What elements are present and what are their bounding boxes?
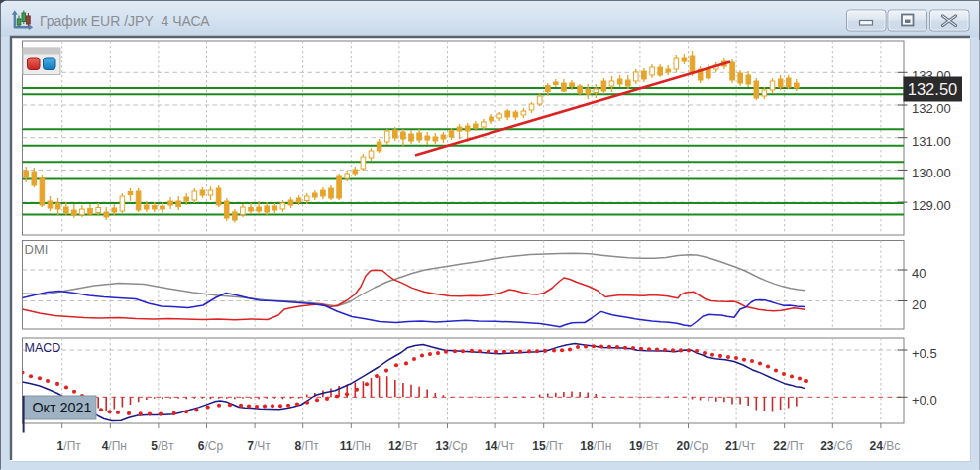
- svg-text:40: 40: [912, 266, 926, 281]
- svg-text:132.00: 132.00: [912, 101, 951, 116]
- svg-text:131.00: 131.00: [912, 134, 951, 149]
- svg-text:22/Пт: 22/Пт: [773, 439, 804, 453]
- svg-text:20: 20: [912, 297, 926, 312]
- svg-text:14/Чт: 14/Чт: [485, 439, 515, 453]
- svg-text:MACD: MACD: [25, 341, 61, 355]
- svg-text:8/Пт: 8/Пт: [295, 439, 320, 453]
- svg-text:24/Вс: 24/Вс: [870, 439, 901, 453]
- svg-text:20/Ср: 20/Ср: [676, 439, 708, 453]
- svg-text:19/Вт: 19/Вт: [629, 439, 659, 453]
- svg-text:6/Ср: 6/Ср: [198, 439, 224, 453]
- svg-text:+0.5: +0.5: [912, 346, 937, 361]
- svg-text:+0.0: +0.0: [912, 393, 937, 408]
- svg-text:130.00: 130.00: [912, 166, 951, 180]
- svg-text:15/Пт: 15/Пт: [532, 439, 563, 453]
- svg-text:13/Ср: 13/Ср: [435, 439, 467, 453]
- svg-text:11/Пн: 11/Пн: [340, 439, 371, 453]
- svg-text:5/Вт: 5/Вт: [151, 439, 174, 453]
- svg-text:23/Сб: 23/Сб: [820, 439, 852, 453]
- svg-text:4/Пн: 4/Пн: [102, 439, 127, 453]
- svg-text:7/Чт: 7/Чт: [247, 439, 271, 453]
- svg-text:DMI: DMI: [25, 242, 49, 257]
- svg-text:18/Пн: 18/Пн: [580, 439, 611, 453]
- svg-text:21/Чт: 21/Чт: [725, 439, 756, 453]
- svg-text:1/Пт: 1/Пт: [57, 439, 82, 453]
- svg-text:Окт 2021: Окт 2021: [33, 400, 92, 415]
- svg-text:График EUR /JPY 4 ЧАСА: График EUR /JPY 4 ЧАСА: [40, 13, 210, 29]
- svg-text:132.50: 132.50: [908, 80, 957, 98]
- svg-text:12/Вт: 12/Вт: [388, 439, 418, 453]
- svg-text:129.00: 129.00: [912, 198, 951, 213]
